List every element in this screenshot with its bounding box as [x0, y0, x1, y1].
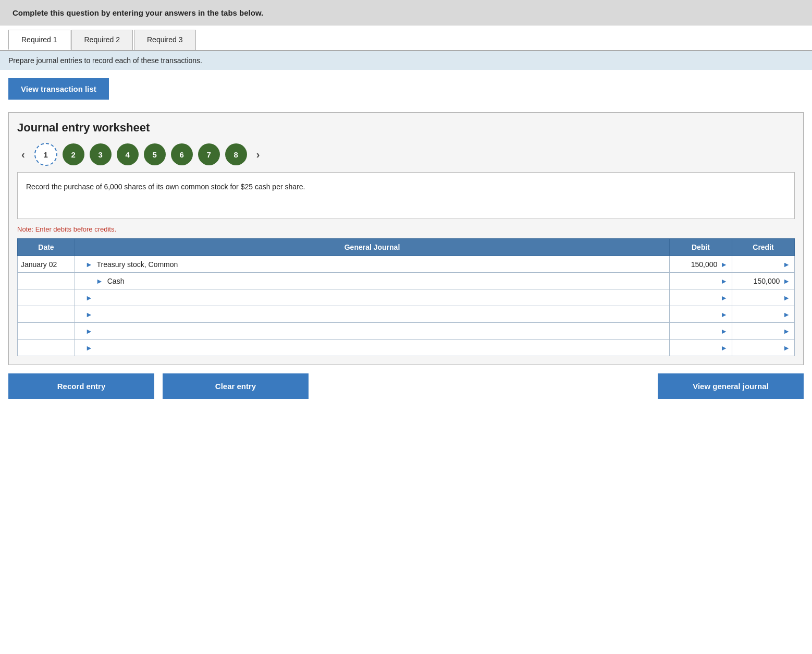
gj-cell[interactable]: ► [75, 289, 670, 306]
step-5-button[interactable]: 5 [144, 143, 166, 165]
gj-cell[interactable]: ► Treasury stock, Common [75, 256, 670, 273]
debit-arrow: ► [720, 344, 728, 352]
view-general-journal-button[interactable]: View general journal [658, 373, 804, 399]
credit-arrow: ► [783, 277, 790, 285]
credit-cell[interactable]: ► [732, 340, 795, 356]
journal-table: Date General Journal Debit Credit Januar… [17, 238, 795, 356]
debit-value: 150,000 [691, 260, 718, 269]
credit-arrow: ► [783, 327, 790, 335]
debit-arrow: ► [720, 327, 728, 335]
gj-cell[interactable]: ► Cash [75, 273, 670, 289]
instruction-text: Complete this question by entering your … [0, 0, 812, 26]
date-cell [18, 273, 75, 289]
th-general-journal: General Journal [75, 239, 670, 256]
gj-cell[interactable]: ► [75, 340, 670, 356]
prev-step-arrow[interactable]: ‹ [17, 147, 29, 163]
credit-arrow: ► [783, 294, 790, 302]
clear-entry-button[interactable]: Clear entry [163, 373, 309, 399]
debit-cell[interactable]: ► [670, 323, 732, 340]
tab-required-3[interactable]: Required 3 [134, 30, 196, 50]
debit-arrow: ► [720, 260, 728, 269]
debit-cell[interactable]: ► [670, 340, 732, 356]
tab-description: Prepare journal entries to record each o… [0, 51, 812, 70]
next-step-arrow[interactable]: › [252, 147, 264, 163]
table-row: ► ► ► [18, 306, 795, 323]
date-cell [18, 306, 75, 323]
step-6-button[interactable]: 6 [171, 143, 193, 165]
th-debit: Debit [670, 239, 732, 256]
worksheet-title: Journal entry worksheet [17, 121, 795, 135]
step-description: Record the purchase of 6,000 shares of i… [17, 172, 795, 219]
debit-cell[interactable]: 150,000 ► [670, 256, 732, 273]
arrow-indicator: ► [85, 327, 93, 335]
step-1-button[interactable]: 1 [34, 143, 57, 166]
view-transaction-button[interactable]: View transaction list [8, 78, 109, 100]
step-7-button[interactable]: 7 [198, 143, 220, 165]
credit-arrow: ► [783, 310, 790, 319]
debit-arrow: ► [720, 310, 728, 319]
tabs-container: Required 1 Required 2 Required 3 [0, 30, 812, 51]
table-row: ► ► ► [18, 323, 795, 340]
debit-cell[interactable]: ► [670, 306, 732, 323]
debit-cell[interactable]: ► [670, 273, 732, 289]
gj-cell[interactable]: ► [75, 323, 670, 340]
credit-arrow: ► [783, 344, 790, 352]
table-row: ► ► ► [18, 340, 795, 356]
table-row: ► Cash ► 150,000 ► [18, 273, 795, 289]
credit-cell[interactable]: ► [732, 306, 795, 323]
th-credit: Credit [732, 239, 795, 256]
step-4-button[interactable]: 4 [117, 143, 139, 165]
gj-value: Cash [107, 277, 125, 285]
arrow-indicator: ► [96, 277, 103, 285]
arrow-indicator: ► [85, 294, 93, 302]
credit-cell[interactable]: ► [732, 256, 795, 273]
arrow-indicator: ► [85, 310, 93, 319]
table-row: January 02 ► Treasury stock, Common 150,… [18, 256, 795, 273]
date-cell [18, 340, 75, 356]
th-date: Date [18, 239, 75, 256]
arrow-indicator: ► [85, 260, 93, 269]
bottom-buttons: Record entry Clear entry View general jo… [0, 373, 812, 407]
date-cell [18, 323, 75, 340]
worksheet-container: Journal entry worksheet ‹ 1 2 3 4 5 6 7 … [8, 112, 804, 365]
table-row: ► ► ► [18, 289, 795, 306]
arrow-indicator: ► [85, 344, 93, 352]
credit-arrow: ► [783, 260, 790, 269]
date-cell [18, 289, 75, 306]
note-text: Note: Enter debits before credits. [17, 225, 795, 233]
gj-value: Treasury stock, Common [97, 260, 178, 269]
credit-cell[interactable]: 150,000 ► [732, 273, 795, 289]
step-3-button[interactable]: 3 [90, 143, 112, 165]
step-navigation: ‹ 1 2 3 4 5 6 7 8 › [17, 143, 795, 166]
step-2-button[interactable]: 2 [63, 143, 84, 165]
record-entry-button[interactable]: Record entry [8, 373, 154, 399]
credit-cell[interactable]: ► [732, 323, 795, 340]
credit-cell[interactable]: ► [732, 289, 795, 306]
gj-cell[interactable]: ► [75, 306, 670, 323]
tab-required-2[interactable]: Required 2 [71, 30, 133, 50]
debit-arrow: ► [720, 277, 728, 285]
date-cell: January 02 [18, 256, 75, 273]
step-8-button[interactable]: 8 [225, 143, 247, 165]
tab-required-1[interactable]: Required 1 [8, 30, 70, 50]
debit-arrow: ► [720, 294, 728, 302]
debit-cell[interactable]: ► [670, 289, 732, 306]
credit-value: 150,000 [754, 277, 780, 285]
